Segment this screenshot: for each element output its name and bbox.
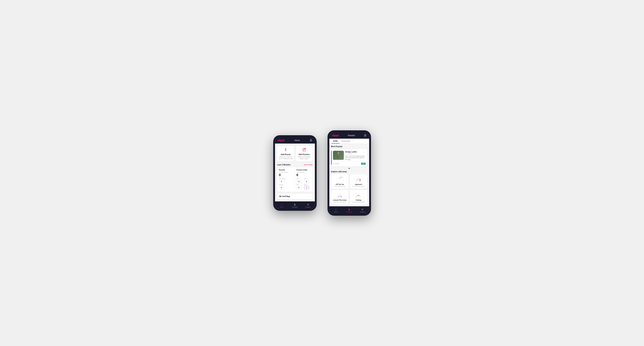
skill-card-off-the-tee[interactable]: Off The Tee Power and accuracy xyxy=(331,174,349,189)
drill-card[interactable]: ☆ xyxy=(331,149,367,166)
dot-2 xyxy=(349,168,350,169)
nav-capture-label-2: Capture xyxy=(360,211,365,213)
phone-1: clippd Home ☰ Add Round xyxy=(273,135,317,211)
add-round-desc: Record your shots in fast or enhanced mo… xyxy=(279,156,293,160)
svg-point-26 xyxy=(340,196,340,196)
drill-title: Wedge Ladder xyxy=(345,151,366,153)
drill-card-inner: Wedge Ladder 50–100 yds Play 1 shot at e… xyxy=(333,151,366,160)
app-cell: 4 xyxy=(304,180,309,183)
svg-point-30 xyxy=(360,195,360,196)
home-icon-2: ⌂ xyxy=(335,208,336,211)
nav-activities-2[interactable]: ♟ Activities xyxy=(342,206,356,214)
off-the-tee-icon xyxy=(336,176,344,183)
off-the-tee-desc: Power and accuracy xyxy=(332,186,347,187)
menu-icon-1[interactable]: ☰ xyxy=(310,139,312,142)
dots-row xyxy=(331,168,367,169)
nav-capture-2[interactable]: ⊕ Capture xyxy=(356,206,369,214)
drill-desc: Play 1 shot at each target yardage. If y… xyxy=(345,155,366,160)
practice-cell: 0 xyxy=(279,186,284,189)
star-icon[interactable]: ☆ xyxy=(364,151,366,153)
activities-icon-1: ♟ xyxy=(294,203,296,206)
nav-home-label-2: Home xyxy=(334,211,338,213)
putting-title: Putting xyxy=(351,199,366,201)
approach-desc: Dial-in to hit the green xyxy=(351,186,366,187)
bottom-nav-2: ⌂ Home ♟ Activities ⊕ Capture xyxy=(329,206,369,214)
nav-home-1[interactable]: ⌂ Home xyxy=(275,201,288,209)
section-header: Last 3 Months View Activity xyxy=(277,164,313,166)
add-practice-card[interactable]: + Add Practice Capture your practice off… xyxy=(296,146,313,162)
dot-3 xyxy=(350,168,351,169)
add-round-card[interactable]: Add Round Record your shots in fast or e… xyxy=(277,146,294,162)
header-title-2: Practice xyxy=(348,134,355,137)
tournament-cell: 0 xyxy=(279,180,284,183)
svg-point-10 xyxy=(338,152,339,154)
svg-point-19 xyxy=(342,177,342,178)
dot-1 xyxy=(347,168,348,169)
cards-row: Add Round Record your shots in fast or e… xyxy=(277,146,313,162)
svg-rect-3 xyxy=(285,150,286,151)
skill-card-approach[interactable]: Approach Dial-in to hit the green xyxy=(350,174,367,189)
view-activity-link[interactable]: View Activity xyxy=(304,164,313,166)
most-popular-label: Most Popular xyxy=(331,146,367,148)
add-round-title: Add Round xyxy=(279,154,293,156)
skill-card-putting[interactable]: Putting Make and lag practice xyxy=(350,190,367,204)
activities-icon-2: ♟ xyxy=(348,208,350,211)
approach-title: Approach xyxy=(351,183,366,185)
around-green-title: Around The Green xyxy=(332,199,347,201)
practice-label: Practice xyxy=(279,184,294,185)
drill-content: Wedge Ladder 50–100 yds Play 1 shot at e… xyxy=(345,151,366,160)
header-2: clippd Practice ☰ xyxy=(329,132,369,139)
svg-line-15 xyxy=(336,156,336,158)
drill-footer: ⊙ 9 shots APP xyxy=(333,162,366,165)
add-practice-icon: + xyxy=(297,148,311,153)
rounds-capture-label: Rounds Capture xyxy=(279,172,294,173)
drill-subtitle: 50–100 yds xyxy=(345,153,366,155)
drills-col: Practice Drills Drills Capture 8 OTT 0 A… xyxy=(296,169,311,190)
chevron-right-icon: › xyxy=(310,195,310,197)
menu-icon-2[interactable]: ☰ xyxy=(364,134,366,137)
nav-activities-label-2: Activities xyxy=(346,211,352,213)
svg-marker-22 xyxy=(360,179,361,180)
header-title-1: Home xyxy=(294,139,300,141)
around-green-desc: Hone your short game xyxy=(332,201,347,203)
nav-capture-label-1: Capture xyxy=(306,206,311,208)
tab-favourites[interactable]: Favourites xyxy=(340,139,352,144)
capture-icon-2: ⊕ xyxy=(362,208,364,211)
scroll-area-1: Add Round Record your shots in fast or e… xyxy=(275,144,315,201)
add-practice-title: Add Practice xyxy=(297,154,311,156)
capture-icon-1: ⊕ xyxy=(307,203,309,206)
rounds-col: Rounds Rounds Capture 0 Tournament 0 Pra… xyxy=(279,169,294,190)
nav-activities-label-1: Activities xyxy=(292,206,298,208)
drills-title: Practice Drills xyxy=(296,169,311,171)
stats-box: Rounds Rounds Capture 0 Tournament 0 Pra… xyxy=(277,167,313,192)
putt-label: PUTT xyxy=(304,184,311,185)
nav-activities-1[interactable]: ♟ Activities xyxy=(288,201,302,209)
drills-capture-label: Drills Capture xyxy=(296,172,311,173)
nav-home-label-1: Home xyxy=(280,206,283,208)
tab-drills[interactable]: Drills xyxy=(332,139,340,144)
drills-value: 8 xyxy=(296,173,311,177)
app-badge: APP xyxy=(361,163,365,165)
add-practice-desc: Capture your practice off-the-course xyxy=(297,156,311,160)
stats-divider xyxy=(295,169,295,190)
skill-card-around-green[interactable]: Around The Green Hone your short game xyxy=(331,190,349,204)
approach-icon xyxy=(354,176,362,183)
putting-desc: Make and lag practice xyxy=(351,201,366,203)
bottom-nav-1: ⌂ Home ♟ Activities ⊕ Capture xyxy=(275,201,315,209)
golf-bag-row[interactable]: My Golf Bag › xyxy=(277,194,313,199)
rounds-value: 0 xyxy=(279,173,294,177)
phone-2: clippd Practice ☰ Drills Favourites Most… xyxy=(328,130,371,215)
shots-label: ⊙ 9 shots xyxy=(333,163,339,165)
nav-capture-1[interactable]: ⊕ Capture xyxy=(302,201,315,209)
home-icon-1: ⌂ xyxy=(281,203,282,206)
golf-bag-label: My Golf Bag xyxy=(279,195,290,197)
putt-cell: 4 xyxy=(304,186,309,189)
ott-label: OTT xyxy=(296,178,303,179)
practice-scroll: Most Popular ☆ xyxy=(329,144,369,206)
explore-label: Explore skill areas xyxy=(331,171,367,173)
section-title: Last 3 Months xyxy=(277,164,290,166)
nav-home-2[interactable]: ⌂ Home xyxy=(329,206,342,214)
svg-rect-11 xyxy=(338,154,339,156)
target-icon: ⊙ xyxy=(333,163,334,165)
svg-point-28 xyxy=(356,197,357,197)
